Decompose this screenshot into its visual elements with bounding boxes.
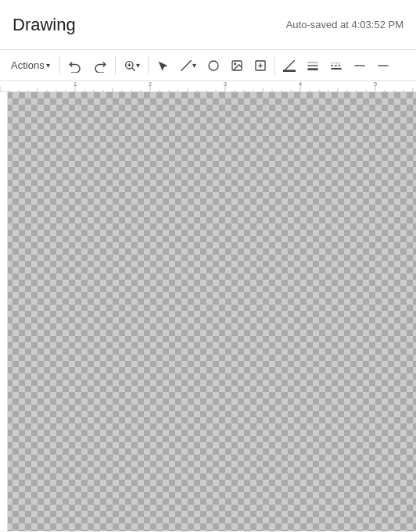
textbox-icon — [254, 59, 267, 72]
shape-tool-button[interactable] — [203, 54, 224, 77]
line-start-icon — [353, 60, 366, 71]
drawing-svg — [0, 92, 235, 209]
undo-icon — [68, 59, 82, 73]
actions-button[interactable]: Actions ▾ — [5, 54, 56, 77]
line-dash-icon — [330, 60, 342, 71]
svg-line-4 — [181, 60, 191, 70]
zoom-button[interactable]: ▾ — [119, 54, 145, 77]
line-color-button[interactable] — [278, 54, 300, 77]
svg-point-5 — [209, 61, 218, 70]
line-start-button[interactable] — [349, 54, 371, 77]
line-tool-icon — [180, 59, 192, 72]
divider-3 — [148, 56, 149, 75]
ruler — [0, 81, 416, 92]
svg-rect-12 — [283, 70, 296, 72]
line-weight-icon — [307, 60, 319, 71]
canvas-area[interactable] — [0, 92, 416, 531]
svg-point-7 — [234, 62, 235, 64]
line-tool-button[interactable]: ▾ — [175, 54, 201, 77]
image-tool-button[interactable] — [226, 54, 248, 77]
zoom-icon — [124, 59, 136, 72]
select-button[interactable] — [152, 54, 174, 77]
image-icon — [231, 59, 243, 72]
svg-line-11 — [284, 60, 294, 70]
autosave-label: Auto-saved at 4:03:52 PM — [286, 19, 403, 30]
redo-icon — [93, 59, 107, 73]
left-ruler — [0, 92, 8, 531]
textbox-tool-button[interactable] — [249, 54, 271, 77]
app-title: Drawing — [13, 15, 76, 35]
undo-button[interactable] — [63, 54, 87, 77]
divider-1 — [59, 56, 60, 75]
top-bar: Drawing Auto-saved at 4:03:52 PM — [0, 0, 416, 50]
divider-2 — [115, 56, 116, 75]
toolbar: Actions ▾ ▾ — [0, 50, 416, 81]
divider-4 — [274, 56, 275, 75]
line-end-button[interactable] — [372, 54, 394, 77]
ruler-canvas — [0, 81, 416, 92]
line-end-icon — [377, 60, 389, 71]
cursor-icon — [156, 59, 169, 72]
redo-button[interactable] — [88, 54, 112, 77]
svg-line-1 — [132, 68, 135, 71]
shape-icon — [207, 59, 220, 72]
line-color-icon — [283, 59, 296, 72]
line-dash-button[interactable] — [325, 54, 347, 77]
line-weight-button[interactable] — [302, 54, 324, 77]
